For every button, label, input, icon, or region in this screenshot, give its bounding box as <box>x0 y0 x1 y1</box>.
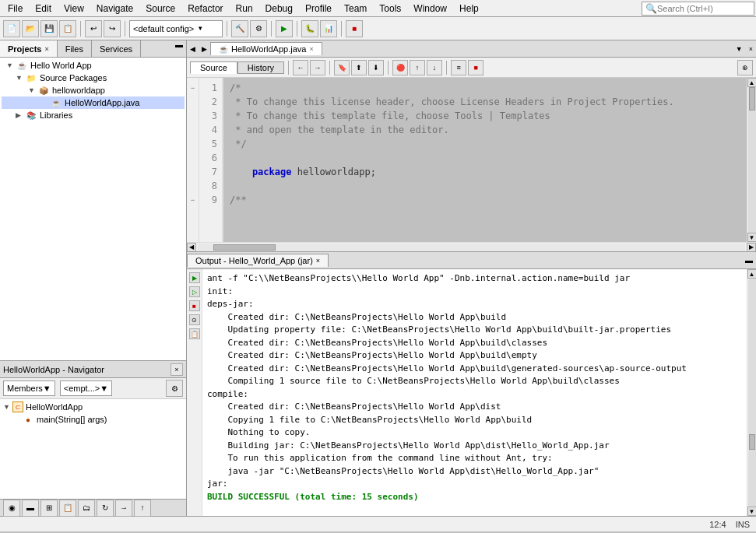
debug-button[interactable]: 🐛 <box>301 20 318 37</box>
menu-tools[interactable]: Tools <box>373 2 407 16</box>
tree-item-root[interactable]: ▼ ☕ Hello World App <box>2 59 185 72</box>
output-run2-button[interactable]: ▷ <box>189 286 200 297</box>
new-project-button[interactable]: 📄 <box>3 20 20 37</box>
libraries-expand-icon[interactable]: ▶ <box>16 111 25 119</box>
tab-menu-button[interactable]: ▼ <box>733 45 746 53</box>
search-input[interactable] <box>657 4 751 13</box>
editor-scrollbar[interactable]: ▲ ▼ <box>747 78 756 242</box>
nav-tb-btn8[interactable]: ↑ <box>134 500 151 517</box>
menu-source[interactable]: Source <box>139 2 181 16</box>
members-dropdown[interactable]: Members ▼ <box>3 380 55 396</box>
projects-close-icon[interactable]: × <box>44 45 48 53</box>
menu-team[interactable]: Team <box>338 2 373 16</box>
save-all-button[interactable]: 📋 <box>59 20 76 37</box>
out-scroll-track[interactable] <box>748 279 756 507</box>
tree-item-libraries[interactable]: ▶ 📚 Libraries <box>2 109 185 121</box>
output-btn4[interactable]: ⊙ <box>189 314 200 325</box>
output-minimize-button[interactable]: ▬ <box>742 256 756 265</box>
hscroll-track[interactable] <box>198 244 745 251</box>
menu-help[interactable]: Help <box>453 2 485 16</box>
scroll-down-button[interactable]: ▼ <box>747 233 757 242</box>
redo-button[interactable]: ↪ <box>104 20 121 37</box>
tab-source[interactable]: Source <box>190 61 237 74</box>
tab-files[interactable]: Files <box>58 40 92 57</box>
output-run-button[interactable]: ▶ <box>189 272 200 283</box>
search-box[interactable]: 🔍 <box>642 2 754 16</box>
menu-refactor[interactable]: Refactor <box>181 2 229 16</box>
tab-prev-button[interactable]: ◀ <box>187 45 199 53</box>
out-scroll-down[interactable]: ▼ <box>747 507 757 516</box>
tab-close-all-button[interactable]: × <box>746 45 756 53</box>
tab-next-button[interactable]: ▶ <box>199 45 210 53</box>
navigator-close-button[interactable]: × <box>171 363 183 376</box>
source-expand-icon[interactable]: ▼ <box>16 74 25 82</box>
menu-profile[interactable]: Profile <box>299 2 338 16</box>
horizontal-scrollbar[interactable]: ◀ ▶ <box>187 242 756 251</box>
menu-window[interactable]: Window <box>407 2 453 16</box>
menu-navigate[interactable]: Navigate <box>90 2 139 16</box>
scroll-track[interactable] <box>748 87 756 233</box>
nav-item-class[interactable]: ▼ C HelloWorldApp <box>2 401 185 413</box>
menu-run[interactable]: Run <box>230 2 259 16</box>
ed-btn-prev-bookmark[interactable]: ⬆ <box>351 60 367 75</box>
ed-btn-toggle-breakpoint[interactable]: 🔴 <box>392 60 408 75</box>
nav-tb-btn6[interactable]: ↻ <box>97 500 114 517</box>
hscroll-thumb[interactable] <box>213 244 276 251</box>
run-clean-button[interactable]: 🔨 <box>231 20 248 37</box>
root-expand-icon[interactable]: ▼ <box>6 61 16 69</box>
package-expand-icon[interactable]: ▼ <box>28 86 37 94</box>
tree-item-helloworldapp-java[interactable]: ☕ HelloWorldApp.java <box>2 96 185 109</box>
undo-button[interactable]: ↩ <box>85 20 102 37</box>
fold-1[interactable]: − <box>187 81 199 95</box>
scroll-up-button[interactable]: ▲ <box>747 78 757 87</box>
output-tab-build[interactable]: Output - Hello_World_App (jar) × <box>187 254 329 267</box>
save-button[interactable]: 💾 <box>40 20 58 37</box>
stop-button[interactable]: ■ <box>346 20 363 37</box>
tab-history[interactable]: History <box>237 61 284 74</box>
fold-9[interactable]: − <box>187 193 199 207</box>
ed-btn-next-breakpoint[interactable]: ↓ <box>427 60 442 75</box>
ed-btn-forward[interactable]: → <box>310 60 325 75</box>
nav-tb-btn7[interactable]: → <box>115 500 132 517</box>
tab-projects[interactable]: Projects × <box>0 40 58 57</box>
ed-btn-expand[interactable]: ⊕ <box>737 60 753 75</box>
scroll-thumb[interactable] <box>749 87 755 110</box>
nav-tb-btn4[interactable]: 📋 <box>59 500 76 517</box>
out-scroll-thumb[interactable] <box>749 434 755 450</box>
filter-dropdown[interactable]: <empt...> ▼ <box>60 380 112 396</box>
nav-tb-btn3[interactable]: ⊞ <box>40 500 58 517</box>
menu-file[interactable]: File <box>2 2 29 16</box>
out-scroll-up[interactable]: ▲ <box>747 269 757 279</box>
output-scrollbar[interactable]: ▲ ▼ <box>747 269 756 516</box>
editor-tab-close-icon[interactable]: × <box>309 45 313 53</box>
ed-btn-toggle-bookmark[interactable]: 🔖 <box>334 60 350 75</box>
tree-item-source-packages[interactable]: ▼ 📁 Source Packages <box>2 72 185 84</box>
ed-btn-back[interactable]: ← <box>293 60 308 75</box>
build-button[interactable]: ⚙ <box>250 20 267 37</box>
ed-btn-stop[interactable]: ■ <box>468 60 483 75</box>
editor-tab-helloworldapp[interactable]: ☕ HelloWorldApp.java × <box>210 42 322 55</box>
output-btn5[interactable]: 📋 <box>189 328 200 339</box>
menu-view[interactable]: View <box>58 2 90 16</box>
open-button[interactable]: 📂 <box>22 20 39 37</box>
profile-button[interactable]: 📊 <box>320 20 337 37</box>
ed-btn-format[interactable]: ≡ <box>451 60 466 75</box>
menu-debug[interactable]: Debug <box>259 2 299 16</box>
menu-edit[interactable]: Edit <box>29 2 58 16</box>
output-stop-button[interactable]: ■ <box>189 300 200 311</box>
hscroll-right-button[interactable]: ▶ <box>747 243 756 252</box>
hscroll-left-button[interactable]: ◀ <box>187 243 196 252</box>
panel-minimize-button[interactable]: ▬ <box>172 40 186 57</box>
nav-item-method[interactable]: ● main(String[] args) <box>2 413 185 426</box>
tab-services[interactable]: Services <box>92 40 141 57</box>
code-area[interactable]: /* * To change this license header, choo… <box>223 78 747 242</box>
nav-tb-btn5[interactable]: 🗂 <box>78 500 95 517</box>
ed-btn-prev-breakpoint[interactable]: ↑ <box>410 60 425 75</box>
config-dropdown[interactable]: <default config> ▼ <box>129 20 223 37</box>
nav-tb-btn2[interactable]: ▬ <box>22 500 39 517</box>
nav-config-button[interactable]: ⚙ <box>166 380 183 397</box>
class-expand-icon[interactable]: ▼ <box>3 403 12 411</box>
ed-btn-next-bookmark[interactable]: ⬇ <box>368 60 384 75</box>
run-button[interactable]: ▶ <box>276 20 293 37</box>
nav-tb-btn1[interactable]: ◉ <box>3 500 20 517</box>
